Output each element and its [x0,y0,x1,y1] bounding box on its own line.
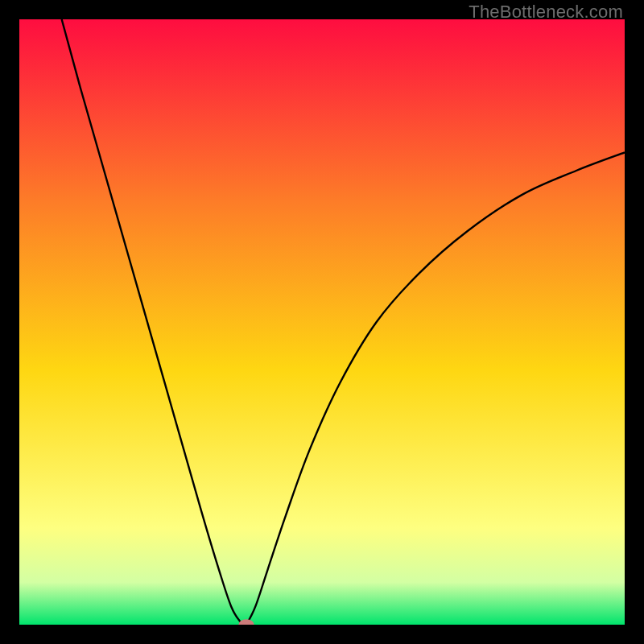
bottleneck-chart [19,19,625,625]
gradient-background [19,19,625,625]
chart-frame [19,19,625,625]
